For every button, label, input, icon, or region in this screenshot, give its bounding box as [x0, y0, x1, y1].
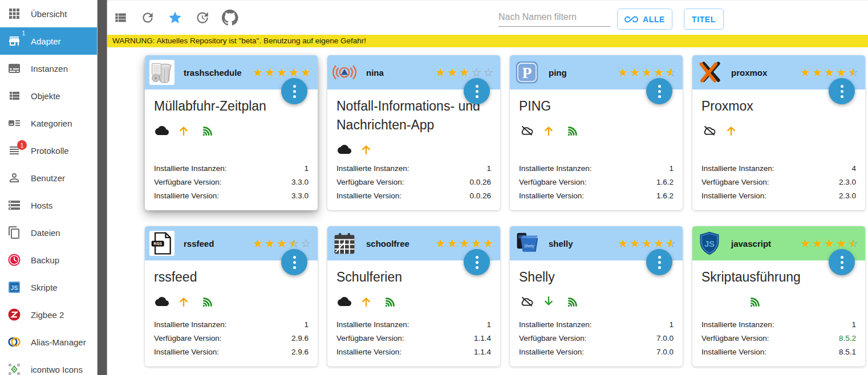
adapter-card-body: Müllabfuhr-Zeitplan Installierte Instanz…: [145, 89, 318, 210]
installed-version-value: 0.0.26: [469, 189, 491, 203]
available-version-label: Verfügbare Version:: [336, 176, 404, 189]
sidebar-item-icontwo[interactable]: icontwo Icons: [0, 356, 97, 375]
nina-logo-icon: [332, 60, 357, 85]
adapter-flags: [154, 122, 309, 139]
adapter-card-rssfeed[interactable]: RSS rssfeed ★★★☆★☆ rssfeed Installierte …: [145, 226, 318, 366]
sidebar-item-categories[interactable]: Kategorien: [0, 109, 97, 137]
adapter-card-shelly[interactable]: Shelly shelly ★★★★☆★ Shelly Installierte…: [510, 226, 683, 366]
adapter-card-proxmox[interactable]: proxmox ★★★★☆★ Proxmox Installierte Inst…: [692, 55, 865, 210]
adapter-info: Installierte Instanzen: 1 Verfügbare Ver…: [336, 318, 491, 359]
logs-icon: 1: [7, 144, 21, 157]
github-button[interactable]: [216, 4, 244, 31]
sidebar-item-label: Alias-Manager: [31, 337, 86, 347]
cloud-icon: [336, 295, 352, 308]
sidebar-item-grid[interactable]: Übersicht: [0, 0, 97, 27]
rating-stars[interactable]: ★★★★☆★: [800, 237, 859, 250]
svg-text:RSS: RSS: [153, 241, 162, 246]
sidebar-item-instances[interactable]: Instanzen: [0, 55, 97, 82]
filter-all-label: ALLE: [643, 15, 665, 24]
sidebar-item-scripts[interactable]: JSSkripte: [0, 274, 97, 301]
sidebar-item-files[interactable]: Dateien: [0, 219, 97, 246]
adapter-card-ping[interactable]: P ping ★★★★☆★ PING Installierte Instanze…: [510, 55, 683, 210]
installed-version-value: 2.3.0: [839, 189, 856, 203]
star-full: ★: [435, 66, 447, 79]
sidebar-item-logs[interactable]: 1Protokolle: [0, 137, 97, 164]
sidebar-scrollbar[interactable]: [97, 0, 107, 375]
adapter-card-trashschedule[interactable]: trashschedule ★★★★★ Müllabfuhr-Zeitplan …: [145, 55, 318, 210]
sidebar-item-label: Backup: [31, 255, 59, 265]
sensor-icon: [383, 294, 398, 309]
adapter-card-body: rssfeed Installierte Instanzen: 1 Verfüg…: [145, 260, 318, 366]
favorites-button[interactable]: [161, 4, 189, 31]
adapter-name: shelly: [549, 239, 573, 248]
sensor-icon: [566, 294, 581, 309]
sidebar-item-label: Zigbee 2: [31, 310, 64, 320]
card-menu-button[interactable]: [646, 78, 672, 104]
card-menu-button[interactable]: [464, 249, 490, 275]
sensor-icon: [201, 294, 216, 309]
filter-all-button[interactable]: ALLE: [617, 9, 672, 30]
adapter-info: Installierte Instanzen: 1 Verfügbare Ver…: [519, 318, 674, 359]
sidebar-item-user[interactable]: Benutzer: [0, 164, 97, 191]
adapter-card-javascript[interactable]: JS javascript ★★★★☆★ Skriptausführung In…: [692, 226, 865, 366]
sidebar-item-label: Objekte: [31, 91, 60, 101]
filter-by-name-input[interactable]: [498, 9, 610, 27]
refresh-button[interactable]: [134, 4, 161, 31]
star-full: ★: [435, 237, 447, 250]
star-full: ★: [824, 66, 835, 79]
adapter-card-body: Proxmox Installierte Instanzen: 4 Verfüg…: [692, 89, 865, 210]
card-menu-button[interactable]: [829, 78, 855, 104]
sidebar-item-backup[interactable]: Backup: [0, 246, 97, 274]
sensor-icon: [748, 294, 763, 309]
view-list-button[interactable]: [107, 4, 134, 31]
rating-stars[interactable]: ★★★★★: [252, 66, 312, 79]
rating-stars[interactable]: ★★★★☆★: [617, 66, 677, 79]
star-empty: ☆: [470, 66, 482, 79]
rating-stars[interactable]: ★★★★☆★: [800, 66, 859, 79]
installed-version-value: 1.6.2: [656, 189, 674, 203]
arrow-up-icon: [359, 142, 373, 157]
cloud-off-icon: [519, 295, 535, 308]
adapter-card-schoolfree[interactable]: schoolfree ★★★★★ Schulferien Installiert…: [327, 226, 500, 366]
adapter-flags: [336, 141, 491, 158]
store-icon: 1: [7, 34, 21, 48]
available-version-value: 2.9.6: [291, 332, 309, 345]
sidebar: Übersicht1AdapterInstanzenObjekteKategor…: [0, 0, 97, 375]
card-menu-button[interactable]: [646, 249, 672, 275]
card-menu-button[interactable]: [281, 78, 307, 104]
adapter-card-body: Skriptausführung Installierte Instanzen:…: [692, 260, 865, 366]
github-icon: [221, 9, 238, 26]
star-full: ★: [252, 237, 264, 250]
svg-text:P: P: [522, 64, 532, 81]
rating-stars[interactable]: ★★★☆☆: [435, 66, 494, 79]
sidebar-item-list[interactable]: Objekte: [0, 82, 97, 109]
rating-stars[interactable]: ★★★★☆★: [617, 237, 677, 250]
installed-instances-row: Installierte Instanzen: 1: [519, 162, 674, 176]
rating-stars[interactable]: ★★★★★: [435, 237, 494, 250]
installed-version-label: Installierte Version:: [701, 189, 766, 203]
installed-instances-value: 1: [304, 318, 309, 332]
sidebar-item-store[interactable]: 1Adapter: [0, 27, 97, 55]
view-list-icon: [113, 10, 128, 25]
star-half: ☆★: [847, 237, 859, 250]
adapter-card-body: Notfall-Informations- und Nachrichten-Ap…: [327, 89, 500, 210]
update-icon: [195, 10, 210, 25]
hosts-icon: [7, 198, 21, 212]
filter-title-button[interactable]: TITEL: [684, 9, 724, 30]
adapter-card-nina[interactable]: nina ★★★☆☆ Notfall-Informations- und Nac…: [327, 55, 500, 210]
adapter-flags: [701, 293, 856, 310]
card-menu-button[interactable]: [829, 249, 855, 275]
card-menu-button[interactable]: [281, 249, 307, 275]
sidebar-item-zigbee[interactable]: Zigbee 2: [0, 301, 97, 328]
svg-text:JS: JS: [704, 239, 715, 248]
sidebar-item-alias[interactable]: Alias-Manager: [0, 328, 97, 356]
available-version-row: Verfügbare Version: 2.3.0: [701, 176, 856, 189]
available-version-row: Verfügbare Version: 8.5.2: [701, 332, 856, 345]
sidebar-item-hosts[interactable]: Hosts: [0, 191, 97, 219]
log-count-badge: 1: [17, 140, 27, 150]
rating-stars[interactable]: ★★★☆★☆: [252, 237, 312, 250]
update-repo-button[interactable]: [189, 4, 216, 31]
card-menu-button[interactable]: [464, 78, 490, 104]
available-version-value: 1.1.4: [474, 332, 491, 345]
icontwo-icon: [7, 362, 21, 375]
